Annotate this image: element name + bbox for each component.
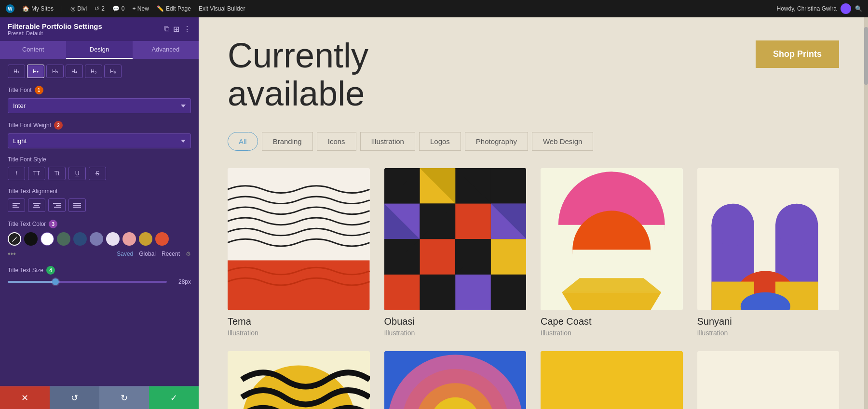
slider-fill (8, 281, 55, 283)
edit-icon: ✏️ (157, 5, 164, 12)
h1-button[interactable]: H₁ (8, 65, 25, 78)
h3-button[interactable]: H₃ (46, 65, 64, 78)
portfolio-item-obuasi[interactable]: Obuasi Illustration (384, 168, 527, 337)
confirm-button[interactable]: ✓ (149, 386, 199, 409)
new-button[interactable]: + New (133, 5, 149, 12)
portfolio-item-row2-1[interactable] (228, 351, 370, 409)
edit-page-button[interactable]: ✏️ Edit Page (157, 5, 191, 12)
main-header: Currently available Shop Prints (228, 37, 839, 113)
shop-prints-button[interactable]: Shop Prints (756, 40, 839, 68)
sidebar-bottom-bar: ✕ ↺ ↻ ✓ (0, 386, 199, 409)
wp-logo[interactable]: W (6, 4, 14, 13)
sidebar-content: H₁ H₂ H₃ H₄ H₅ H₆ Title Font 1 Inter Rob… (0, 59, 199, 386)
item-cat-capecoast: Illustration (541, 329, 683, 337)
filter-tab-icons[interactable]: Icons (317, 132, 356, 151)
exit-visual-builder-button[interactable]: Exit Visual Builder (199, 5, 245, 12)
filter-tab-all[interactable]: All (228, 132, 258, 151)
slider-thumb[interactable] (52, 278, 59, 285)
slider-track[interactable] (8, 281, 167, 283)
loop-icon: ↺ (95, 5, 99, 12)
topbar-right: Howdy, Christina Gwira 🔍 (777, 3, 862, 14)
heading-buttons: H₁ H₂ H₃ H₄ H₅ H₆ (8, 65, 191, 78)
svg-rect-30 (490, 275, 526, 310)
scrollbar-track[interactable] (864, 17, 868, 409)
color-black-swatch[interactable] (24, 232, 38, 246)
italic-button[interactable]: I (8, 167, 25, 180)
color-orange-swatch[interactable] (155, 232, 169, 246)
filter-tab-branding[interactable]: Branding (262, 132, 313, 151)
color-pen-swatch[interactable] (8, 232, 21, 246)
portfolio-item-capecoast[interactable]: Cape Coast Illustration (541, 168, 683, 337)
tab-design[interactable]: Design (66, 41, 132, 59)
color-recent-button[interactable]: Recent (162, 251, 180, 257)
item-name-capecoast: Cape Coast (541, 316, 683, 327)
color-purple-swatch[interactable] (90, 232, 103, 246)
portfolio-item-tema[interactable]: Tema Illustration (228, 168, 370, 337)
loop-count[interactable]: ↺ 2 (95, 5, 105, 12)
redo-button[interactable]: ↻ (99, 386, 149, 409)
color-gold-swatch[interactable] (139, 232, 152, 246)
title-text-size-slider[interactable]: 28px (8, 278, 191, 285)
svg-rect-24 (420, 239, 455, 275)
more-icon[interactable]: ⋮ (183, 25, 191, 34)
h6-button[interactable]: H₆ (104, 65, 122, 78)
align-right-button[interactable] (48, 198, 66, 212)
uppercase-button[interactable]: TT (28, 167, 45, 180)
thumb-capecoast (541, 168, 683, 310)
comment-icon: 💬 (112, 5, 120, 12)
filter-tab-logos[interactable]: Logos (419, 132, 461, 151)
svg-rect-64 (541, 351, 683, 409)
my-sites-link[interactable]: 🏠 My Sites (22, 5, 54, 12)
undo-button[interactable]: ↺ (50, 386, 99, 409)
h2-button[interactable]: H₂ (27, 65, 44, 78)
color-lavender-swatch[interactable] (106, 232, 120, 246)
svg-point-48 (711, 204, 754, 246)
color-more-button[interactable]: ••• (8, 250, 16, 258)
align-left-button[interactable] (8, 198, 25, 212)
svg-rect-18 (490, 168, 526, 204)
filter-tab-photography[interactable]: Photography (465, 132, 528, 151)
comment-count[interactable]: 💬 0 (112, 5, 125, 12)
grid-icon[interactable]: ⊞ (173, 25, 179, 34)
color-saved-button[interactable]: Saved (117, 251, 133, 257)
title-font-weight-select[interactable]: Light Regular Bold (8, 133, 191, 148)
color-green-swatch[interactable] (57, 232, 70, 246)
item-cat-sunyani: Illustration (697, 329, 840, 337)
h5-button[interactable]: H₅ (85, 65, 102, 78)
portfolio-item-row2-3[interactable] (541, 351, 683, 409)
divi-link[interactable]: ◎ Divi (70, 5, 87, 12)
avatar[interactable] (841, 3, 851, 14)
color-pink-swatch[interactable] (122, 232, 136, 246)
scrollbar-thumb[interactable] (864, 27, 868, 85)
item-cat-obuasi: Illustration (384, 329, 527, 337)
tab-content[interactable]: Content (0, 41, 66, 59)
sidebar-title: Filterable Portfolio Settings (8, 22, 102, 30)
title-font-select[interactable]: Inter Roboto Open Sans Lato (8, 98, 191, 113)
cancel-button[interactable]: ✕ (0, 386, 50, 409)
preset-selector[interactable]: Preset: Default (8, 30, 102, 36)
portfolio-item-sunyani[interactable]: Sunyani Illustration (697, 168, 840, 337)
align-justify-button[interactable] (68, 198, 86, 212)
color-white-swatch[interactable] (41, 232, 54, 246)
thumb-row2-2 (384, 351, 527, 409)
svg-rect-21 (455, 204, 491, 239)
tab-advanced[interactable]: Advanced (133, 41, 199, 59)
underline-button[interactable]: U (68, 167, 86, 180)
capitalize-button[interactable]: Tt (48, 167, 66, 180)
color-gear-button[interactable]: ⚙ (186, 251, 191, 257)
title-text-size-label: Title Text Size 4 (8, 266, 191, 275)
copy-icon[interactable]: ⧉ (164, 25, 169, 34)
filter-tab-webdesign[interactable]: Web Design (532, 132, 593, 151)
h4-button[interactable]: H₄ (66, 65, 83, 78)
color-navy-swatch[interactable] (73, 232, 87, 246)
search-icon[interactable]: 🔍 (855, 5, 862, 12)
divi-icon: ◎ (70, 5, 75, 12)
portfolio-item-row2-4[interactable] (697, 351, 840, 409)
svg-rect-65 (697, 351, 840, 409)
align-center-button[interactable] (28, 198, 45, 212)
filter-tab-illustration[interactable]: Illustration (360, 132, 415, 151)
portfolio-item-row2-2[interactable]: ••• (384, 351, 527, 409)
strikethrough-button[interactable]: S (89, 167, 106, 180)
slider-value: 28px (172, 278, 191, 285)
color-global-button[interactable]: Global (139, 251, 156, 257)
